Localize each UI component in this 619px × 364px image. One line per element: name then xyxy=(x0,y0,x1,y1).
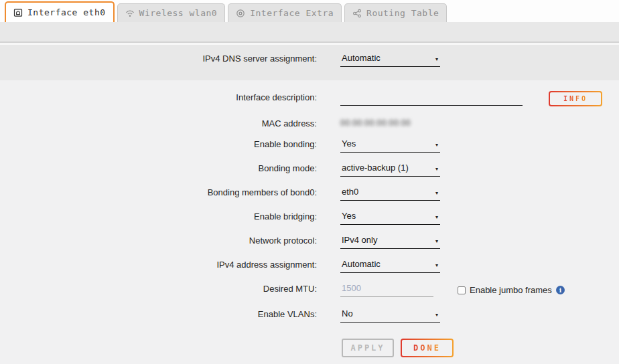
select-ipv4_assign[interactable]: Automatic▾ xyxy=(340,254,440,273)
jumbo-frames-checkbox[interactable] xyxy=(458,286,466,294)
done-button-label: DONE xyxy=(413,343,441,353)
tab-bar: Interface eth0 Wireless wlan0 Interface … xyxy=(0,0,619,22)
tab-wireless-wlan0[interactable]: Wireless wlan0 xyxy=(117,3,226,22)
select-bridging[interactable]: Yes▾ xyxy=(340,206,440,225)
tab-interface-eth0[interactable]: Interface eth0 xyxy=(5,1,115,22)
select-value-bonding_mode: active-backup (1) xyxy=(342,163,409,173)
field-label-desc: Interface description: xyxy=(0,92,317,102)
field-label-bond_members: Bonding members of bond0: xyxy=(0,187,317,197)
chevron-down-icon: ▾ xyxy=(435,190,438,196)
tab-label: Wireless wlan0 xyxy=(139,8,218,18)
chevron-down-icon: ▾ xyxy=(435,56,438,62)
field-label-protocol: Network protocol: xyxy=(0,236,317,246)
form-row-bond_members: Bonding members of bond0:eth0▾ xyxy=(0,183,619,201)
form-row-ipv4_assign: IPv4 address assignment:Automatic▾ xyxy=(0,255,619,273)
select-value-bridging: Yes xyxy=(342,211,356,221)
toolbar-strip xyxy=(0,22,619,43)
share-nodes-icon xyxy=(352,9,362,18)
mac-address-value-redacted: 00:00:00:00:00:00 xyxy=(340,118,411,128)
info-button-face: INFO xyxy=(550,92,601,105)
wifi-icon xyxy=(125,9,135,18)
select-dns[interactable]: Automatic▾ xyxy=(340,48,440,67)
form-row-bonding_mode: Bonding mode:active-backup (1)▾ xyxy=(0,159,619,177)
select-vlans[interactable]: No▾ xyxy=(340,304,440,323)
info-circle-icon[interactable]: i xyxy=(556,286,565,294)
done-button[interactable]: DONE xyxy=(401,339,454,357)
form-row-desc: Interface description:INFO xyxy=(0,88,619,106)
chevron-down-icon: ▾ xyxy=(435,166,438,172)
chevron-down-icon: ▾ xyxy=(435,142,438,148)
target-icon xyxy=(236,9,245,18)
field-label-dns: IPv4 DNS server assignment: xyxy=(0,54,317,64)
apply-button[interactable]: APPLY xyxy=(342,339,394,357)
select-value-bonding: Yes xyxy=(342,139,356,149)
select-bonding_mode[interactable]: active-backup (1)▾ xyxy=(340,158,440,177)
tab-label: Interface Extra xyxy=(250,8,334,18)
text-input-desc[interactable] xyxy=(340,87,523,106)
field-label-mtu: Desired MTU: xyxy=(0,284,317,294)
tab-label: Routing Table xyxy=(366,8,439,18)
text-value-mtu: 1500 xyxy=(342,283,361,293)
form-row-mtu: Desired MTU:1500Enable jumbo framesi xyxy=(0,279,619,297)
chevron-down-icon: ▾ xyxy=(435,238,438,244)
field-label-bridging: Enable bridging: xyxy=(0,211,317,221)
select-value-protocol: IPv4 only xyxy=(342,235,377,245)
info-button[interactable]: INFO xyxy=(549,91,602,106)
chevron-down-icon: ▾ xyxy=(435,262,438,268)
select-value-dns: Automatic xyxy=(342,53,381,63)
form-row-dns: IPv4 DNS server assignment:Automatic▾ xyxy=(0,49,619,67)
tab-interface-extra[interactable]: Interface Extra xyxy=(228,3,342,22)
form-row-bonding: Enable bonding:Yes▾ xyxy=(0,134,619,153)
done-button-face: DONE xyxy=(402,340,452,356)
field-label-ipv4_assign: IPv4 address assignment: xyxy=(0,260,317,270)
network-settings-page: Interface eth0 Wireless wlan0 Interface … xyxy=(0,0,619,364)
chevron-down-icon: ▾ xyxy=(435,312,438,318)
info-button-label: INFO xyxy=(563,95,588,102)
field-label-vlans: Enable VLANs: xyxy=(0,309,317,319)
form-row-mac: MAC address:00:00:00:00:00:00 xyxy=(0,114,619,132)
select-bonding[interactable]: Yes▾ xyxy=(340,134,440,153)
form-row-bridging: Enable bridging:Yes▾ xyxy=(0,207,619,225)
tab-label: Interface eth0 xyxy=(27,7,106,17)
ethernet-port-icon xyxy=(13,8,23,17)
select-value-vlans: No xyxy=(342,308,353,318)
select-protocol[interactable]: IPv4 only▾ xyxy=(340,230,440,249)
field-label-bonding: Enable bonding: xyxy=(0,139,317,149)
form-row-protocol: Network protocol:IPv4 only▾ xyxy=(0,231,619,249)
tab-routing-table[interactable]: Routing Table xyxy=(344,3,447,22)
jumbo-frames-cluster: Enable jumbo framesi xyxy=(458,285,565,295)
select-bond_members[interactable]: eth0▾ xyxy=(340,182,440,201)
select-value-ipv4_assign: Automatic xyxy=(342,259,381,269)
chevron-down-icon: ▾ xyxy=(435,214,438,220)
select-value-bond_members: eth0 xyxy=(342,187,358,197)
text-input-mtu: 1500 xyxy=(340,278,433,297)
field-label-bonding_mode: Bonding mode: xyxy=(0,163,317,173)
form-row-vlans: Enable VLANs:No▾ xyxy=(0,304,619,323)
jumbo-frames-label: Enable jumbo frames xyxy=(470,285,552,295)
field-label-mac: MAC address: xyxy=(0,118,317,128)
